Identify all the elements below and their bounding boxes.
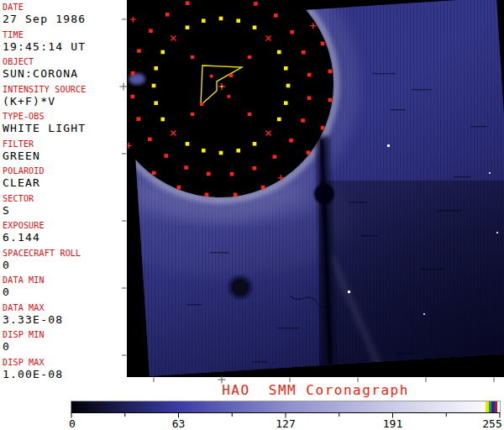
metadata-field: SECTOR S bbox=[3, 194, 34, 217]
field-value: 6.144 bbox=[3, 232, 45, 244]
metadata-field: SPACECRAFT ROLL 0 bbox=[3, 249, 81, 271]
colorbar-labels: 063127191255 bbox=[69, 417, 502, 430]
field-label: OBJECT bbox=[3, 57, 78, 66]
field-label: DATA MAX bbox=[3, 303, 63, 312]
field-label: DISP MIN bbox=[3, 330, 45, 339]
field-label: DISP MAX bbox=[3, 358, 63, 367]
field-label: SECTOR bbox=[3, 194, 34, 203]
colorbar-gradient bbox=[71, 401, 501, 413]
field-value: 19:45:14 UT bbox=[3, 41, 86, 53]
field-value: 1.00E-08 bbox=[3, 369, 63, 380]
metadata-field: EXPOSURE 6.144 bbox=[3, 221, 45, 244]
metadata-field: TYPE-OBS WHITE LIGHT bbox=[3, 112, 86, 134]
field-label: EXPOSURE bbox=[3, 221, 45, 230]
metadata-field: DATA MAX 3.33E-08 bbox=[3, 303, 63, 326]
colorbar-tick-label: 0 bbox=[69, 417, 76, 430]
field-value: 27 Sep 1986 bbox=[3, 13, 86, 25]
metadata-field: DATE 27 Sep 1986 bbox=[3, 3, 86, 25]
field-value: S bbox=[3, 205, 34, 217]
colorbar-tick-label: 255 bbox=[482, 417, 501, 430]
coronagraph-viewer: { "sidebar": { "fields": [ {"label": "DA… bbox=[0, 0, 504, 430]
metadata-field: DISP MAX 1.00E-08 bbox=[3, 358, 63, 380]
field-value: 0 bbox=[3, 341, 45, 353]
field-label: DATA MIN bbox=[3, 275, 45, 285]
metadata-field: INTENSITY SOURCE (K+F)*V bbox=[3, 85, 87, 108]
metadata-field: OBJECT SUN:CORONA bbox=[3, 57, 78, 80]
field-label: DATE bbox=[3, 3, 86, 12]
metadata-field: TIME 19:45:14 UT bbox=[3, 30, 86, 53]
metadata-field: POLAROID CLEAR bbox=[3, 166, 45, 189]
colorbar: 063127191255 bbox=[69, 401, 502, 430]
field-label: SPACECRAFT ROLL bbox=[3, 249, 81, 258]
metadata-sidebar: DATE 27 Sep 1986 TIME 19:45:14 UT OBJECT… bbox=[3, 0, 126, 382]
field-label: INTENSITY SOURCE bbox=[3, 85, 87, 94]
colorbar-tick-label: 127 bbox=[276, 417, 295, 430]
colorbar-ticks bbox=[71, 413, 500, 418]
field-value: WHITE LIGHT bbox=[3, 123, 86, 134]
coronagraph-image[interactable] bbox=[127, 0, 504, 377]
colorbar-marker-stripes bbox=[486, 401, 497, 412]
field-label: FILTER bbox=[3, 139, 40, 149]
field-value: 0 bbox=[3, 286, 45, 298]
colorbar-tick-label: 191 bbox=[383, 417, 402, 430]
field-label: POLAROID bbox=[3, 166, 45, 176]
metadata-field: DISP MIN 0 bbox=[3, 330, 45, 353]
page-title: HAO SMM Coronagraph bbox=[127, 382, 504, 397]
field-value: 3.33E-08 bbox=[3, 314, 63, 326]
field-label: TIME bbox=[3, 30, 86, 39]
field-label: TYPE-OBS bbox=[3, 112, 86, 121]
metadata-field: FILTER GREEN bbox=[3, 139, 40, 162]
field-value: 0 bbox=[3, 260, 81, 271]
field-value: (K+F)*V bbox=[3, 96, 87, 108]
metadata-field: DATA MIN 0 bbox=[3, 275, 45, 298]
field-value: SUN:CORONA bbox=[3, 68, 78, 80]
field-value: CLEAR bbox=[3, 177, 45, 189]
field-value: GREEN bbox=[3, 150, 40, 162]
colorbar-tick-label: 63 bbox=[172, 417, 186, 430]
